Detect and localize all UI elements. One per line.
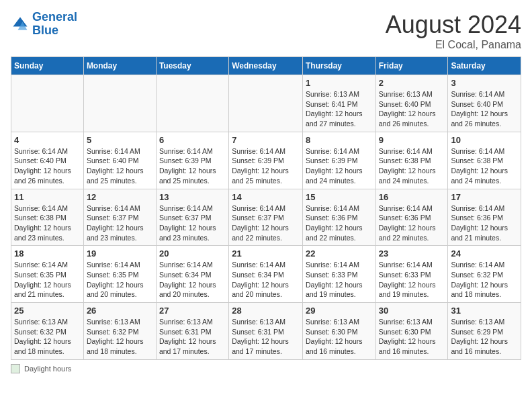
week-row-1: 1Sunrise: 6:13 AM Sunset: 6:41 PM Daylig… bbox=[11, 75, 521, 132]
day-number: 12 bbox=[87, 192, 153, 202]
calendar-cell: 21Sunrise: 6:14 AM Sunset: 6:34 PM Dayli… bbox=[229, 246, 303, 303]
day-number: 7 bbox=[232, 135, 300, 145]
calendar-table: SundayMondayTuesdayWednesdayThursdayFrid… bbox=[11, 56, 521, 360]
header-day-saturday: Saturday bbox=[448, 57, 521, 75]
calendar-cell: 31Sunrise: 6:13 AM Sunset: 6:29 PM Dayli… bbox=[448, 303, 521, 360]
day-number: 16 bbox=[379, 192, 445, 202]
day-number: 20 bbox=[159, 248, 226, 259]
calendar-cell: 5Sunrise: 6:14 AM Sunset: 6:40 PM Daylig… bbox=[83, 132, 156, 189]
calendar-cell: 15Sunrise: 6:14 AM Sunset: 6:36 PM Dayli… bbox=[302, 189, 375, 246]
day-number: 19 bbox=[87, 248, 153, 259]
day-info: Sunrise: 6:14 AM Sunset: 6:36 PM Dayligh… bbox=[306, 203, 373, 243]
calendar-cell: 2Sunrise: 6:13 AM Sunset: 6:40 PM Daylig… bbox=[375, 75, 448, 132]
day-info: Sunrise: 6:13 AM Sunset: 6:30 PM Dayligh… bbox=[379, 317, 445, 357]
day-info: Sunrise: 6:14 AM Sunset: 6:40 PM Dayligh… bbox=[451, 89, 518, 129]
day-info: Sunrise: 6:13 AM Sunset: 6:32 PM Dayligh… bbox=[14, 317, 81, 357]
logo-blue: Blue bbox=[32, 24, 58, 37]
logo: General Blue bbox=[11, 11, 77, 38]
day-number: 24 bbox=[451, 248, 518, 259]
daylight-label: Daylight hours bbox=[24, 365, 71, 373]
week-row-3: 11Sunrise: 6:14 AM Sunset: 6:38 PM Dayli… bbox=[11, 189, 521, 246]
day-number: 23 bbox=[379, 248, 445, 259]
day-info: Sunrise: 6:13 AM Sunset: 6:29 PM Dayligh… bbox=[451, 317, 518, 357]
day-number: 28 bbox=[232, 306, 300, 316]
day-info: Sunrise: 6:14 AM Sunset: 6:39 PM Dayligh… bbox=[306, 146, 373, 186]
day-number: 25 bbox=[14, 306, 81, 316]
footer: Daylight hours bbox=[11, 364, 521, 373]
day-info: Sunrise: 6:14 AM Sunset: 6:38 PM Dayligh… bbox=[451, 146, 518, 186]
svg-marker-0 bbox=[13, 17, 28, 26]
day-number: 8 bbox=[306, 135, 373, 145]
header-day-wednesday: Wednesday bbox=[229, 57, 303, 75]
header-row: SundayMondayTuesdayWednesdayThursdayFrid… bbox=[11, 57, 521, 75]
day-info: Sunrise: 6:14 AM Sunset: 6:34 PM Dayligh… bbox=[232, 260, 300, 300]
title-block: August 2024 El Cocal, Panama bbox=[386, 11, 521, 51]
day-info: Sunrise: 6:14 AM Sunset: 6:32 PM Dayligh… bbox=[451, 260, 518, 300]
day-info: Sunrise: 6:13 AM Sunset: 6:30 PM Dayligh… bbox=[306, 317, 373, 357]
calendar-cell: 26Sunrise: 6:13 AM Sunset: 6:32 PM Dayli… bbox=[83, 303, 156, 360]
day-number: 26 bbox=[87, 306, 153, 316]
calendar-cell: 29Sunrise: 6:13 AM Sunset: 6:30 PM Dayli… bbox=[302, 303, 375, 360]
calendar-cell: 20Sunrise: 6:14 AM Sunset: 6:34 PM Dayli… bbox=[156, 246, 228, 303]
logo-icon bbox=[11, 15, 30, 34]
day-info: Sunrise: 6:14 AM Sunset: 6:35 PM Dayligh… bbox=[14, 260, 81, 300]
header-day-monday: Monday bbox=[83, 57, 156, 75]
calendar-cell: 16Sunrise: 6:14 AM Sunset: 6:36 PM Dayli… bbox=[375, 189, 448, 246]
calendar-cell: 1Sunrise: 6:13 AM Sunset: 6:41 PM Daylig… bbox=[302, 75, 375, 132]
calendar-cell: 23Sunrise: 6:14 AM Sunset: 6:33 PM Dayli… bbox=[375, 246, 448, 303]
day-number: 18 bbox=[14, 248, 81, 259]
calendar-cell: 3Sunrise: 6:14 AM Sunset: 6:40 PM Daylig… bbox=[448, 75, 521, 132]
day-number: 29 bbox=[306, 306, 373, 316]
day-number: 3 bbox=[451, 78, 518, 88]
calendar-cell: 10Sunrise: 6:14 AM Sunset: 6:38 PM Dayli… bbox=[448, 132, 521, 189]
calendar-body: 1Sunrise: 6:13 AM Sunset: 6:41 PM Daylig… bbox=[11, 75, 521, 360]
day-info: Sunrise: 6:13 AM Sunset: 6:41 PM Dayligh… bbox=[306, 89, 373, 129]
day-info: Sunrise: 6:14 AM Sunset: 6:38 PM Dayligh… bbox=[379, 146, 445, 186]
header-day-thursday: Thursday bbox=[302, 57, 375, 75]
day-info: Sunrise: 6:14 AM Sunset: 6:33 PM Dayligh… bbox=[379, 260, 445, 300]
day-info: Sunrise: 6:13 AM Sunset: 6:31 PM Dayligh… bbox=[159, 317, 226, 357]
calendar-cell: 9Sunrise: 6:14 AM Sunset: 6:38 PM Daylig… bbox=[375, 132, 448, 189]
day-info: Sunrise: 6:14 AM Sunset: 6:38 PM Dayligh… bbox=[14, 203, 81, 243]
calendar-cell: 24Sunrise: 6:14 AM Sunset: 6:32 PM Dayli… bbox=[448, 246, 521, 303]
day-number: 15 bbox=[306, 192, 373, 202]
day-info: Sunrise: 6:14 AM Sunset: 6:37 PM Dayligh… bbox=[159, 203, 226, 243]
header-day-tuesday: Tuesday bbox=[156, 57, 228, 75]
day-info: Sunrise: 6:14 AM Sunset: 6:34 PM Dayligh… bbox=[159, 260, 226, 300]
calendar-cell bbox=[83, 75, 156, 132]
day-number: 6 bbox=[159, 135, 226, 145]
header-day-friday: Friday bbox=[375, 57, 448, 75]
week-row-5: 25Sunrise: 6:13 AM Sunset: 6:32 PM Dayli… bbox=[11, 303, 521, 360]
logo-general: General bbox=[32, 10, 77, 24]
week-row-2: 4Sunrise: 6:14 AM Sunset: 6:40 PM Daylig… bbox=[11, 132, 521, 189]
day-info: Sunrise: 6:13 AM Sunset: 6:40 PM Dayligh… bbox=[379, 89, 445, 129]
day-number: 11 bbox=[14, 192, 81, 202]
day-number: 14 bbox=[232, 192, 300, 202]
day-number: 17 bbox=[451, 192, 518, 202]
day-info: Sunrise: 6:14 AM Sunset: 6:37 PM Dayligh… bbox=[87, 203, 153, 243]
week-row-4: 18Sunrise: 6:14 AM Sunset: 6:35 PM Dayli… bbox=[11, 246, 521, 303]
calendar-cell: 18Sunrise: 6:14 AM Sunset: 6:35 PM Dayli… bbox=[11, 246, 84, 303]
day-number: 10 bbox=[451, 135, 518, 145]
day-number: 5 bbox=[87, 135, 153, 145]
day-number: 13 bbox=[159, 192, 226, 202]
day-info: Sunrise: 6:14 AM Sunset: 6:39 PM Dayligh… bbox=[232, 146, 300, 186]
day-number: 31 bbox=[451, 306, 518, 316]
header-day-sunday: Sunday bbox=[11, 57, 84, 75]
calendar-cell: 25Sunrise: 6:13 AM Sunset: 6:32 PM Dayli… bbox=[11, 303, 84, 360]
day-info: Sunrise: 6:14 AM Sunset: 6:40 PM Dayligh… bbox=[14, 146, 81, 186]
calendar-cell: 28Sunrise: 6:13 AM Sunset: 6:31 PM Dayli… bbox=[229, 303, 303, 360]
calendar-cell: 8Sunrise: 6:14 AM Sunset: 6:39 PM Daylig… bbox=[302, 132, 375, 189]
calendar-cell: 11Sunrise: 6:14 AM Sunset: 6:38 PM Dayli… bbox=[11, 189, 84, 246]
day-info: Sunrise: 6:14 AM Sunset: 6:35 PM Dayligh… bbox=[87, 260, 153, 300]
calendar-cell: 4Sunrise: 6:14 AM Sunset: 6:40 PM Daylig… bbox=[11, 132, 84, 189]
day-info: Sunrise: 6:14 AM Sunset: 6:36 PM Dayligh… bbox=[379, 203, 445, 243]
calendar-cell: 22Sunrise: 6:14 AM Sunset: 6:33 PM Dayli… bbox=[302, 246, 375, 303]
day-number: 21 bbox=[232, 248, 300, 259]
calendar-cell: 14Sunrise: 6:14 AM Sunset: 6:37 PM Dayli… bbox=[229, 189, 303, 246]
calendar-cell: 6Sunrise: 6:14 AM Sunset: 6:39 PM Daylig… bbox=[156, 132, 228, 189]
month-year: August 2024 bbox=[386, 11, 521, 39]
day-info: Sunrise: 6:14 AM Sunset: 6:33 PM Dayligh… bbox=[306, 260, 373, 300]
day-number: 27 bbox=[159, 306, 226, 316]
location: El Cocal, Panama bbox=[386, 39, 521, 51]
